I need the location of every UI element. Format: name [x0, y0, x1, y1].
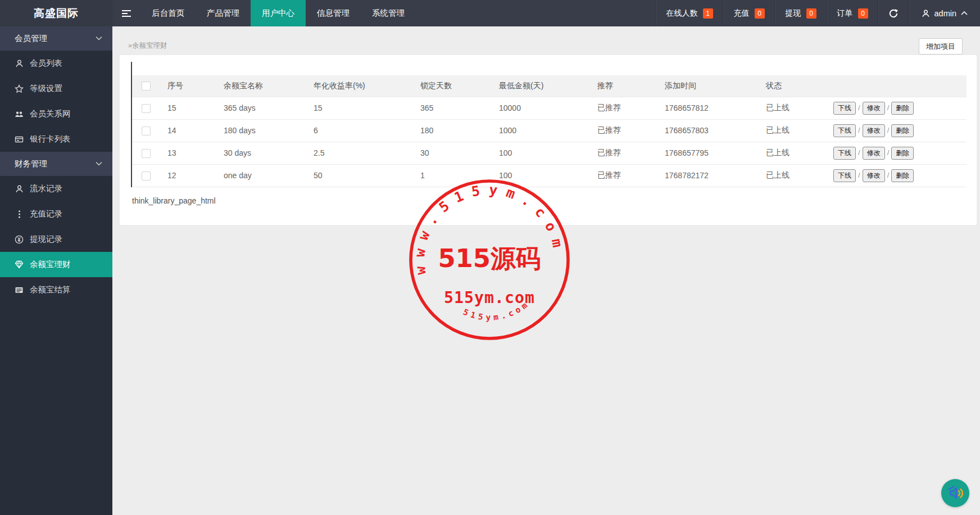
table-row: 12 one day 50 1 100 已推荐 1768782172 已上线 下… — [132, 164, 967, 187]
star-icon — [15, 84, 24, 93]
offline-button[interactable]: 下线 — [833, 124, 856, 137]
refresh-button[interactable] — [878, 0, 909, 26]
cell-seq: 14 — [160, 119, 216, 142]
action-separator: / — [858, 126, 860, 134]
top-right-area: 在线人数 1 充值 0 提现 0 订单 0 admin — [656, 0, 980, 26]
col-header-seq: 序号 — [160, 75, 216, 97]
sidebar-item-withdraw-records[interactable]: 提现记录 — [0, 227, 112, 252]
edit-button[interactable]: 修改 — [863, 102, 885, 115]
user-icon — [15, 184, 24, 193]
sidebar-section-label: 财务管理 — [15, 159, 47, 169]
col-header-recommend: 推荐 — [590, 75, 657, 97]
col-header-rate: 年化收益率(%) — [306, 75, 413, 97]
cell-status: 已上线 — [759, 97, 826, 119]
cell-name: 30 days — [216, 142, 306, 164]
add-item-button[interactable]: 增加项目 — [919, 38, 963, 55]
sidebar-item-label: 会员列表 — [30, 58, 62, 69]
cell-actions: 下线/修改/删除 — [826, 119, 967, 142]
sidebar-item-member-network[interactable]: 会员关系网 — [0, 101, 112, 127]
stat-recharge-label: 充值 — [734, 8, 750, 19]
stat-withdraw-label: 提现 — [786, 8, 801, 19]
sidebar-item-label: 流水记录 — [30, 183, 62, 194]
stat-orders-label: 订单 — [837, 8, 853, 19]
top-menu-item-products[interactable]: 产品管理 — [196, 0, 251, 26]
stat-online-users-badge: 1 — [703, 8, 713, 19]
top-menu-item-user-center[interactable]: 用户中心 — [251, 0, 306, 26]
offline-button[interactable]: 下线 — [833, 169, 856, 182]
cell-min-amount: 100 — [492, 142, 590, 164]
delete-button[interactable]: 删除 — [891, 124, 914, 137]
edit-button[interactable]: 修改 — [863, 147, 885, 160]
delete-button[interactable]: 删除 — [891, 102, 914, 115]
content-card: 序号 余额宝名称 年化收益率(%) 锁定天数 最低金额(天) 推荐 添加时间 状… — [120, 55, 977, 225]
action-separator: / — [858, 171, 860, 179]
sidebar-section-member-management[interactable]: 会员管理 — [0, 26, 112, 51]
stat-orders[interactable]: 订单 0 — [827, 0, 878, 26]
col-header-min-amount: 最低金额(天) — [492, 75, 590, 97]
stat-withdraw[interactable]: 提现 0 — [775, 0, 827, 26]
sidebar: 会员管理 会员列表 等级设置 会员关系网 银行卡列表 财务管理 — [0, 26, 112, 515]
bank-card-icon — [15, 135, 24, 144]
table-header-row: 序号 余额宝名称 年化收益率(%) 锁定天数 最低金额(天) 推荐 添加时间 状… — [132, 75, 967, 97]
col-header-added-time: 添加时间 — [657, 75, 759, 97]
stat-online-users[interactable]: 在线人数 1 — [656, 0, 723, 26]
stat-recharge[interactable]: 充值 0 — [723, 0, 775, 26]
stat-orders-badge: 0 — [858, 8, 868, 19]
cell-min-amount: 100 — [492, 164, 590, 187]
row-checkbox[interactable] — [142, 104, 151, 113]
sidebar-item-recharge-records[interactable]: 充值记录 — [0, 201, 112, 227]
chevron-up-icon — [961, 11, 968, 15]
select-all-checkbox[interactable] — [142, 82, 151, 91]
row-checkbox[interactable] — [142, 149, 151, 158]
admin-username: admin — [934, 9, 957, 18]
sidebar-item-level-settings[interactable]: 等级设置 — [0, 76, 112, 101]
sidebar-item-yuebao-settlement[interactable]: 余额宝结算 — [0, 277, 112, 302]
col-header-lock-days: 锁定天数 — [413, 75, 492, 97]
cell-actions: 下线/修改/删除 — [826, 142, 967, 164]
cell-recommend: 已推荐 — [590, 142, 657, 164]
hamburger-icon — [121, 9, 131, 18]
admin-menu[interactable]: admin — [909, 0, 980, 26]
row-checkbox[interactable] — [142, 171, 151, 180]
cell-lock-days: 180 — [413, 119, 492, 142]
cell-actions: 下线/修改/删除 — [826, 164, 967, 187]
sidebar-section-finance-management[interactable]: 财务管理 — [0, 152, 112, 176]
top-menu-item-dashboard[interactable]: 后台首页 — [140, 0, 196, 26]
offline-button[interactable]: 下线 — [833, 147, 856, 160]
col-header-actions — [826, 75, 967, 97]
main-content: »余额宝理财 增加项目 序号 余额宝名称 年化收益率(%) 锁定天数 — [112, 26, 980, 515]
sidebar-item-label: 等级设置 — [30, 83, 62, 94]
sidebar-item-transaction-records[interactable]: 流水记录 — [0, 176, 112, 201]
cell-rate: 50 — [306, 164, 413, 187]
top-menu-item-information[interactable]: 信息管理 — [306, 0, 361, 26]
sidebar-item-label: 提现记录 — [30, 234, 62, 245]
row-checkbox[interactable] — [142, 127, 151, 135]
collapse-sidebar-button[interactable] — [112, 0, 140, 26]
audio-toggle-button[interactable] — [941, 479, 969, 507]
cell-min-amount: 1000 — [492, 119, 590, 142]
cell-status: 已上线 — [759, 164, 826, 187]
cell-lock-days: 30 — [413, 142, 492, 164]
sidebar-item-bank-card-list[interactable]: 银行卡列表 — [0, 127, 112, 152]
table-row: 13 30 days 2.5 30 100 已推荐 1768657795 已上线… — [132, 142, 967, 164]
cell-seq: 13 — [160, 142, 216, 164]
delete-button[interactable]: 删除 — [891, 147, 914, 160]
cell-recommend: 已推荐 — [590, 164, 657, 187]
cell-name: 180 days — [216, 119, 306, 142]
edit-button[interactable]: 修改 — [863, 169, 885, 182]
footer-note: think_library_page_html — [132, 196, 216, 205]
cell-added-time: 1768782172 — [657, 164, 759, 187]
stat-online-users-label: 在线人数 — [666, 8, 698, 19]
edit-button[interactable]: 修改 — [863, 124, 885, 137]
col-header-status: 状态 — [759, 75, 826, 97]
brand-logo: 高盛国际 — [0, 0, 112, 26]
delete-button[interactable]: 删除 — [891, 169, 914, 182]
cell-recommend: 已推荐 — [590, 97, 657, 119]
top-menu-item-system[interactable]: 系统管理 — [361, 0, 416, 26]
cell-actions: 下线/修改/删除 — [826, 97, 967, 119]
cell-seq: 12 — [160, 164, 216, 187]
sidebar-item-member-list[interactable]: 会员列表 — [0, 51, 112, 76]
sidebar-item-yuebao-finance[interactable]: 余额宝理财 — [0, 252, 112, 277]
user-icon — [15, 59, 24, 68]
offline-button[interactable]: 下线 — [833, 102, 856, 115]
